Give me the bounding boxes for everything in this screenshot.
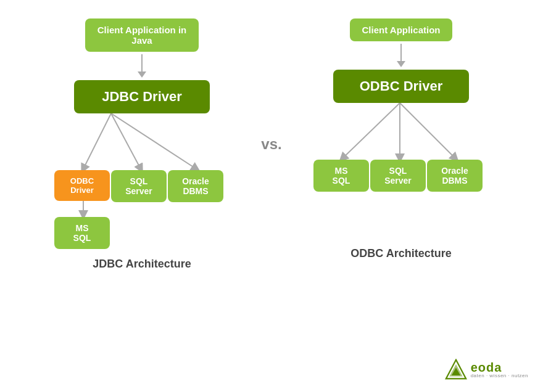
jdbc-section: Client Application in Java JDBC Driver <box>37 18 247 271</box>
odbc-db3-box: Oracle DBMS <box>427 160 483 192</box>
eoda-name: eoda <box>471 361 528 374</box>
vs-divider: vs. <box>247 18 296 153</box>
svg-line-1 <box>111 113 141 169</box>
jdbc-client-box: Client Application in Java <box>85 18 199 52</box>
eoda-logo-icon <box>445 359 467 381</box>
eoda-tagline: daten · wissen · nutzen <box>471 374 528 378</box>
odbc-arrow-1 <box>397 44 405 67</box>
svg-line-4 <box>342 103 400 158</box>
jdbc-branch-area: ODBC Driver MS SQL SQL Server Oracle DBM… <box>49 113 234 249</box>
jdbc-db2-box: SQL Server <box>111 170 167 202</box>
svg-line-0 <box>83 113 111 169</box>
eoda-logo: eoda daten · wissen · nutzen <box>445 359 528 381</box>
vs-label: vs. <box>261 136 281 153</box>
jdbc-driver-box: JDBC Driver <box>74 80 210 113</box>
odbc-branch-area: MS SQL SQL Server Oracle DBMS <box>309 103 494 239</box>
eoda-text: eoda daten · wissen · nutzen <box>471 361 528 378</box>
odbc-driver-box: ODBC Driver <box>333 70 469 103</box>
odbc-arch-label: ODBC Architecture <box>350 247 451 260</box>
jdbc-arrow-1 <box>138 54 146 78</box>
odbc-client-box: Client Application <box>350 18 453 41</box>
odbc-db1-box: MS SQL <box>313 160 369 192</box>
diagram-container: Client Application in Java JDBC Driver <box>0 0 543 392</box>
jdbc-db1-box: MS SQL <box>54 217 110 249</box>
odbc-section: Client Application ODBC Driver <box>296 18 506 260</box>
jdbc-db3-box: Oracle DBMS <box>168 170 223 202</box>
jdbc-arch-label: JDBC Architecture <box>93 258 191 271</box>
svg-line-2 <box>111 113 196 169</box>
odbc-db2-box: SQL Server <box>370 160 426 192</box>
jdbc-odbc-box: ODBC Driver <box>54 170 110 201</box>
svg-line-6 <box>400 103 455 158</box>
